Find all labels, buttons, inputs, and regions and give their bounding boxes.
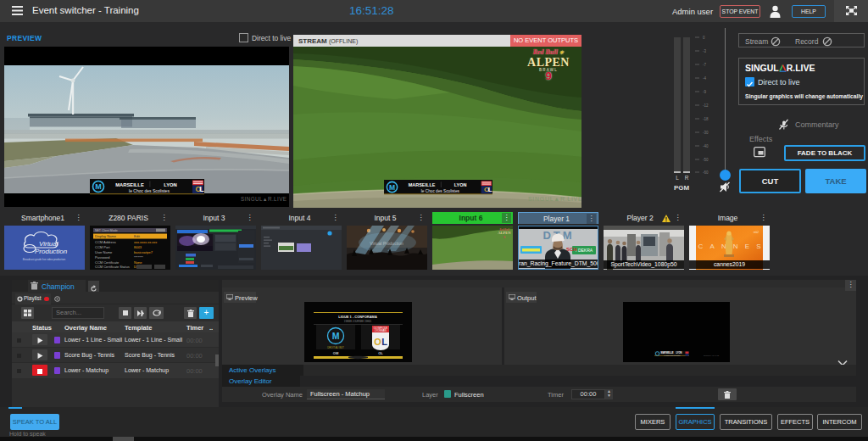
svg-text:Virtual: Virtual: [39, 240, 58, 248]
svg-text:le Choc des Scolistes: le Choc des Scolistes: [129, 188, 170, 193]
svg-text:0: 0: [703, 36, 705, 40]
svg-text:LYON: LYON: [454, 182, 467, 187]
svg-text:-12: -12: [703, 103, 709, 108]
svg-text:mk2: mk2: [754, 231, 759, 234]
svg-text:SCH: SCH: [566, 247, 577, 252]
svg-text:Display Name: Display Name: [95, 234, 117, 238]
svg-text:M: M: [332, 331, 340, 341]
svg-text:LIGUE 1 - CONFORAMA: LIGUE 1 - CONFORAMA: [338, 315, 377, 319]
svg-text:MARSEILLE: MARSEILLE: [115, 182, 144, 187]
svg-text:-50: -50: [703, 158, 709, 162]
svg-text:O: O: [374, 337, 381, 347]
svg-text:LYONNAIS: LYONNAIS: [375, 329, 387, 332]
svg-text:-18: -18: [703, 117, 709, 121]
svg-text:OL: OL: [378, 351, 383, 355]
svg-text:le Choc des Scolistes: le Choc des Scolistes: [664, 354, 680, 356]
svg-text:MARSEILLE: MARSEILLE: [409, 182, 436, 187]
svg-text:OM: OM: [333, 351, 339, 355]
svg-text:*******: *******: [134, 255, 143, 260]
svg-text:› DEKRA: › DEKRA: [576, 248, 593, 253]
svg-text:CCM Certificate Status: CCM Certificate Status: [95, 265, 130, 269]
svg-text:-30: -30: [703, 131, 709, 135]
svg-text:M: M: [95, 182, 102, 191]
svg-text:basicswtpe7: basicswtpe7: [134, 250, 153, 254]
svg-text:LYON: LYON: [164, 182, 177, 187]
svg-text:-7: -7: [703, 63, 706, 67]
svg-text:DROIT AU BUT: DROIT AU BUT: [327, 346, 344, 349]
svg-text:CCM Port: CCM Port: [95, 245, 110, 249]
svg-text:le Choc des Scolistes: le Choc des Scolistes: [421, 189, 460, 193]
svg-text:L: L: [488, 186, 492, 193]
svg-text:19EME JOURNEE 19H45: 19EME JOURNEE 19H45: [344, 320, 372, 323]
svg-text:L: L: [381, 337, 387, 347]
svg-text:CCM Address: CCM Address: [95, 240, 116, 244]
svg-text:M: M: [389, 183, 395, 192]
svg-text:User Name: User Name: [95, 250, 113, 254]
svg-text:-3: -3: [703, 49, 706, 53]
svg-text:Edit: Edit: [134, 234, 141, 238]
svg-text:SINGULAR.LIVE: SINGULAR.LIVE: [704, 354, 719, 357]
svg-text:NET Client Mode: NET Client Mode: [95, 229, 118, 232]
svg-text:Password: Password: [95, 255, 110, 260]
svg-text:-60: -60: [703, 170, 709, 175]
svg-text:xxx.xxxx.xx.xxx: xxx.xxxx.xx.xxx: [134, 240, 157, 244]
svg-text:8443: 8443: [134, 245, 142, 249]
svg-text:Production: Production: [35, 248, 68, 255]
svg-text:Virtual Production: Virtual Production: [370, 241, 403, 246]
svg-text:L: L: [200, 185, 204, 193]
svg-text:Broadcast-grade live video pro: Broadcast-grade live video production: [23, 258, 66, 261]
svg-text:-4: -4: [703, 76, 706, 81]
svg-text:-40: -40: [703, 144, 709, 148]
svg-text:-9: -9: [703, 90, 706, 94]
